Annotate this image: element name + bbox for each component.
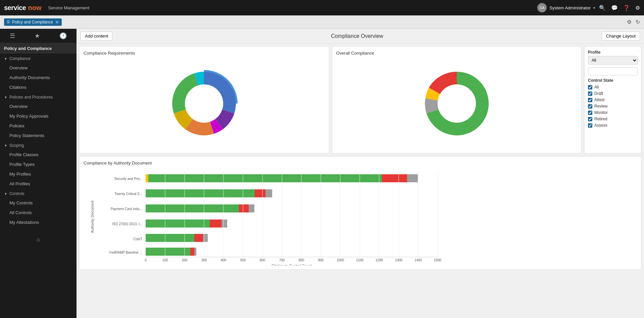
sidebar-item-authority-documents[interactable]: Authority Documents ✏ ☆ — [0, 73, 77, 82]
star-icon[interactable]: ☆ — [69, 162, 72, 167]
x-tick-600: 600 — [260, 258, 265, 262]
sidebar-item-label: Profile Classes — [9, 152, 64, 157]
sidebar-item-label: All Profiles — [9, 181, 64, 186]
sidebar-item-policies[interactable]: Policies ✏ ☆ — [0, 121, 77, 131]
sidebar-item-my-attestations[interactable]: My Attestations ✏ ☆ — [0, 217, 77, 227]
edit-icon[interactable]: ✏ — [64, 66, 67, 70]
x-tick-1400: 1400 — [414, 258, 422, 262]
filter-refresh-icon[interactable]: ↻ — [636, 19, 640, 25]
compliance-requirements-svg — [159, 58, 249, 149]
help-icon[interactable]: ❓ — [623, 5, 630, 11]
edit-icon[interactable]: ✏ — [64, 201, 67, 205]
filter-settings-icon[interactable]: ⚙ — [627, 19, 632, 25]
sidebar-group-scoping[interactable]: ▼ Scoping — [0, 140, 77, 150]
checkbox-assess-input[interactable] — [588, 123, 592, 128]
edit-icon[interactable]: ✏ — [64, 172, 67, 176]
star-icon[interactable]: ☆ — [69, 201, 72, 205]
add-content-button[interactable]: Add content — [81, 31, 112, 41]
overall-compliance-panel: Overall Compliance — [332, 46, 582, 153]
checkbox-review-label: Review — [594, 104, 607, 109]
checkbox-monitor-input[interactable] — [588, 111, 592, 115]
sidebar-star-icon[interactable]: ★ — [35, 32, 40, 40]
star-icon[interactable]: ☆ — [69, 114, 72, 118]
bar-row4-gray — [221, 219, 227, 228]
sidebar-item-my-profiles[interactable]: My Profiles ✏ ☆ — [0, 169, 77, 179]
edit-icon[interactable]: ✏ — [64, 75, 67, 80]
checkbox-all-input[interactable] — [588, 85, 592, 89]
bar-chart-title: Compliance by Authority Document — [84, 161, 637, 166]
search-icon[interactable]: 🔍 — [599, 5, 606, 11]
checkbox-retired-input[interactable] — [588, 117, 592, 121]
sidebar-item-overview-compliance[interactable]: Overview ✏ ☆ — [0, 63, 77, 73]
sidebar-clock-icon[interactable]: 🕐 — [59, 32, 67, 40]
star-icon[interactable]: ☆ — [69, 133, 72, 138]
checkbox-review-input[interactable] — [588, 104, 592, 109]
star-icon[interactable]: ☆ — [69, 75, 72, 80]
overall-compliance-svg — [411, 58, 502, 149]
profile-select[interactable]: All Option 1 — [588, 56, 638, 65]
star-icon[interactable]: ☆ — [69, 124, 72, 128]
user-area[interactable]: SA System Administrator ▾ — [537, 3, 595, 12]
edit-icon[interactable]: ✏ — [64, 210, 67, 215]
x-tick-900: 900 — [318, 258, 324, 262]
sidebar-item-profile-types[interactable]: Profile Types ✏ ☆ — [0, 160, 77, 169]
checkbox-all-label: All — [594, 85, 599, 89]
filter-tag[interactable]: ☰ Policy and Compliance ✕ — [4, 18, 62, 26]
sidebar-group-policies[interactable]: ▼ Policies and Procedures — [0, 92, 77, 102]
sidebar-home-icon[interactable]: ☰ — [10, 32, 15, 40]
sidebar-group-controls[interactable]: ▼ Controls — [0, 189, 77, 198]
bar-label-6: FedRAMP Baseline ... — [109, 251, 142, 254]
sidebar-item-my-policy-approvals[interactable]: My Policy Approvals ✏ ☆ — [0, 111, 77, 121]
bar-row3-red — [239, 204, 249, 212]
dashboard: Compliance Requirements — [77, 44, 644, 318]
change-layout-button[interactable]: Change Layout — [602, 31, 640, 41]
star-icon[interactable]: ☆ — [69, 210, 72, 215]
bar-label-5: CobiT — [133, 237, 142, 241]
edit-icon[interactable]: ✏ — [64, 162, 67, 167]
edit-icon[interactable]: ✏ — [64, 114, 67, 118]
bar-label-3: Payment Card Indu... — [111, 207, 143, 211]
x-tick-300: 300 — [201, 258, 207, 262]
sidebar-home-bottom-icon[interactable]: ⌂ — [37, 237, 40, 242]
star-icon[interactable]: ☆ — [69, 66, 72, 70]
settings-icon[interactable]: ⚙ — [635, 5, 640, 11]
overall-compliance-chart — [336, 58, 578, 149]
checkbox-attest-input[interactable] — [588, 98, 592, 102]
edit-icon[interactable]: ✏ — [64, 104, 67, 109]
user-dropdown-icon[interactable]: ▾ — [593, 6, 595, 10]
logo-service-text: service — [4, 4, 26, 12]
star-icon[interactable]: ☆ — [69, 182, 72, 186]
sidebar-item-overview-policies[interactable]: Overview ✏ ☆ — [0, 102, 77, 111]
sidebar-item-policy-statements[interactable]: Policy Statements ✏ ☆ — [0, 131, 77, 140]
filter-search-input[interactable] — [588, 67, 638, 75]
star-icon[interactable]: ☆ — [69, 152, 72, 157]
star-icon[interactable]: ☆ — [69, 172, 72, 176]
content-area: Add content Compliance Overview Change L… — [77, 29, 644, 318]
sidebar-item-label: Authority Documents — [9, 75, 64, 80]
content-header: Add content Compliance Overview Change L… — [77, 29, 644, 44]
sidebar-item-all-controls[interactable]: All Controls ✏ ☆ — [0, 208, 77, 217]
bar-row2-gray — [265, 189, 272, 197]
bar-chart-panel: Compliance by Authority Document Authori… — [79, 156, 641, 270]
edit-icon[interactable]: ✏ — [64, 85, 67, 89]
filter-close-icon[interactable]: ✕ — [55, 19, 59, 25]
edit-icon[interactable]: ✏ — [64, 124, 67, 128]
chat-icon[interactable]: 💬 — [611, 5, 618, 11]
sidebar-item-profile-classes[interactable]: Profile Classes ✏ ☆ — [0, 150, 77, 160]
bar-row1-green — [148, 174, 382, 182]
x-tick-1100: 1100 — [356, 258, 364, 262]
checkbox-draft-input[interactable] — [588, 91, 592, 96]
star-icon[interactable]: ☆ — [69, 220, 72, 225]
edit-icon[interactable]: ✏ — [64, 152, 67, 157]
sidebar-group-compliance[interactable]: ▼ Compliance — [0, 54, 77, 63]
edit-icon[interactable]: ✏ — [64, 220, 67, 225]
bar-row5-gray — [203, 234, 208, 242]
edit-icon[interactable]: ✏ — [64, 133, 67, 138]
star-icon[interactable]: ☆ — [69, 104, 72, 109]
edit-icon[interactable]: ✏ — [64, 182, 67, 186]
star-icon[interactable]: ☆ — [69, 85, 72, 89]
sidebar-item-all-profiles[interactable]: All Profiles ✏ ☆ — [0, 179, 77, 189]
sidebar-item-citations[interactable]: Citations ✏ ☆ — [0, 82, 77, 92]
sidebar-item-label: All Controls — [9, 210, 64, 215]
sidebar-item-my-controls[interactable]: My Controls ✏ ☆ — [0, 198, 77, 208]
